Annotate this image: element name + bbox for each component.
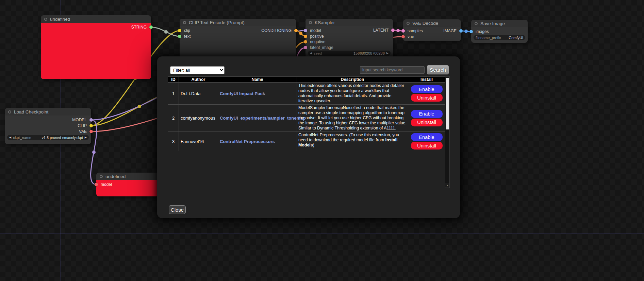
widget-name: filename_prefix bbox=[476, 36, 501, 40]
clip-slot-dot[interactable] bbox=[89, 124, 93, 127]
collapse-dot-icon[interactable] bbox=[100, 175, 103, 178]
node-body: STRING bbox=[41, 23, 151, 79]
extension-description: ModelSamplerTonemapNoiseTest a node that… bbox=[297, 105, 408, 132]
input-slot-text: text bbox=[180, 34, 191, 39]
header-install: Install bbox=[408, 77, 445, 83]
vae-slot-dot[interactable] bbox=[89, 130, 93, 133]
latent-image-slot-dot[interactable] bbox=[304, 46, 307, 49]
slot-label: positive bbox=[310, 34, 324, 39]
node-title-bar[interactable]: VAE Decode bbox=[403, 19, 461, 27]
slot-label: images bbox=[476, 29, 489, 34]
table-row: 2 comfyanonymous ComfyUI_experiments/sam… bbox=[168, 105, 445, 132]
header-name: Name bbox=[218, 77, 297, 83]
close-button[interactable]: Close bbox=[169, 205, 186, 214]
node-undefined-bottom[interactable]: undefined model bbox=[96, 173, 160, 196]
output-slot-clip: CLIP bbox=[78, 123, 91, 128]
node-title-bar[interactable]: undefined bbox=[41, 15, 151, 23]
latent-slot-dot[interactable] bbox=[391, 29, 395, 32]
images-slot-dot[interactable] bbox=[469, 30, 473, 33]
install-cell: Enable Uninstall bbox=[408, 132, 445, 151]
collapse-dot-icon[interactable] bbox=[183, 21, 186, 24]
table-row: 1 Dr.Lt.Data ComfyUI Impact Pack This ex… bbox=[168, 83, 445, 105]
search-input[interactable] bbox=[360, 66, 425, 74]
slot-label: clip bbox=[184, 28, 190, 33]
input-slot-samples: samples bbox=[403, 29, 423, 33]
node-title-bar[interactable]: KSampler bbox=[306, 19, 393, 26]
node-body: images filename_prefix ComfyUI bbox=[471, 27, 528, 43]
node-title: undefined bbox=[50, 17, 70, 22]
extension-author: Dr.Lt.Data bbox=[179, 83, 218, 105]
node-body: MODEL CLIP VAE ◀ ckpt_name v1-5-pruned-e… bbox=[5, 116, 91, 144]
node-save-image[interactable]: Save Image images filename_prefix ComfyU… bbox=[471, 20, 528, 43]
node-title-bar[interactable]: Load Checkpoint bbox=[5, 108, 91, 116]
uninstall-button[interactable]: Uninstall bbox=[411, 94, 443, 102]
enable-button[interactable]: Enable bbox=[411, 133, 443, 141]
header-author: Author bbox=[179, 77, 218, 83]
widget-value: 156680208700286 bbox=[353, 51, 385, 55]
conditioning-slot-dot[interactable] bbox=[294, 29, 298, 32]
extension-link[interactable]: ControlNet Preprocessors bbox=[220, 139, 275, 144]
collapse-dot-icon[interactable] bbox=[44, 18, 47, 21]
text-slot-dot[interactable] bbox=[178, 35, 181, 38]
node-load-checkpoint[interactable]: Load Checkpoint MODEL CLIP VAE ◀ ckpt_na… bbox=[5, 108, 91, 144]
extension-id: 2 bbox=[168, 105, 179, 132]
vae-slot-dot[interactable] bbox=[401, 35, 405, 38]
image-slot-dot[interactable] bbox=[459, 29, 463, 33]
collapse-dot-icon[interactable] bbox=[407, 22, 410, 25]
collapse-dot-icon[interactable] bbox=[475, 22, 478, 25]
extension-manager-dialog: Filter: all Search ID Author Name Descri… bbox=[157, 56, 460, 218]
output-slot-conditioning: CONDITIONING bbox=[261, 28, 296, 33]
node-body: model bbox=[96, 180, 160, 196]
increment-arrow-icon[interactable]: ▶ bbox=[386, 52, 389, 55]
negative-slot-dot[interactable] bbox=[304, 40, 307, 43]
ckpt-name-widget[interactable]: ◀ ckpt_name v1-5-pruned-emaonly.ckpt ▶ bbox=[7, 135, 89, 140]
node-vae-decode[interactable]: VAE Decode samples vae IMAGE bbox=[403, 19, 461, 41]
slot-label: samples bbox=[408, 29, 423, 33]
table-scrollbar[interactable]: ▼ bbox=[445, 76, 450, 188]
collapse-dot-icon[interactable] bbox=[8, 110, 11, 113]
uninstall-button[interactable]: Uninstall bbox=[411, 119, 443, 126]
uninstall-button[interactable]: Uninstall bbox=[411, 142, 443, 150]
string-slot-dot[interactable] bbox=[149, 25, 153, 29]
slot-label: model bbox=[310, 28, 321, 33]
node-title: KSampler bbox=[315, 20, 335, 25]
increment-arrow-icon[interactable]: ▶ bbox=[85, 136, 87, 139]
model-slot-dot[interactable] bbox=[95, 183, 98, 186]
slot-label: model bbox=[101, 182, 112, 187]
positive-slot-dot[interactable] bbox=[304, 35, 307, 38]
input-slot-model: model bbox=[306, 28, 321, 33]
input-slot-latent-image: latent_image bbox=[306, 45, 333, 50]
clip-slot-dot[interactable] bbox=[178, 29, 181, 32]
slot-label: CLIP bbox=[78, 123, 87, 128]
node-title-bar[interactable]: Save Image bbox=[471, 20, 528, 27]
decrement-arrow-icon[interactable]: ◀ bbox=[310, 52, 312, 55]
model-slot-dot[interactable] bbox=[304, 29, 307, 32]
model-slot-dot[interactable] bbox=[89, 118, 93, 122]
scrollbar-thumb[interactable] bbox=[446, 78, 449, 129]
filter-select[interactable]: Filter: all bbox=[170, 66, 225, 74]
seed-widget[interactable]: ◀ seed 156680208700286 ▶ bbox=[308, 51, 391, 56]
collapse-dot-icon[interactable] bbox=[309, 21, 312, 24]
node-title-bar[interactable]: CLIP Text Encode (Prompt) bbox=[180, 19, 296, 26]
scroll-down-icon[interactable]: ▼ bbox=[445, 183, 449, 188]
input-slot-negative: negative bbox=[306, 39, 325, 44]
decrement-arrow-icon[interactable]: ◀ bbox=[9, 136, 11, 139]
node-undefined-top[interactable]: undefined STRING bbox=[41, 15, 151, 79]
node-title: Save Image bbox=[480, 21, 505, 26]
node-title-bar[interactable]: undefined bbox=[96, 173, 160, 180]
extension-description: ControlNet Preprocessors. (To use this e… bbox=[297, 132, 408, 151]
search-button[interactable]: Search bbox=[427, 65, 449, 74]
input-slot-clip: clip bbox=[180, 28, 190, 33]
filename-prefix-widget[interactable]: filename_prefix ComfyUI bbox=[474, 35, 525, 40]
extension-link[interactable]: ComfyUI_experiments/sampler_tonemap bbox=[220, 116, 306, 121]
input-slot-positive: positive bbox=[306, 34, 324, 39]
slot-label: MODEL bbox=[72, 118, 87, 122]
enable-button[interactable]: Enable bbox=[411, 85, 443, 93]
enable-button[interactable]: Enable bbox=[411, 110, 443, 118]
extension-link[interactable]: ComfyUI Impact Pack bbox=[220, 91, 265, 96]
node-body: samples vae IMAGE bbox=[403, 27, 461, 41]
samples-slot-dot[interactable] bbox=[401, 29, 405, 33]
node-title: CLIP Text Encode (Prompt) bbox=[189, 20, 245, 25]
description-text: ControlNet Preprocessors. (To use this e… bbox=[298, 133, 399, 142]
slot-label: vae bbox=[408, 34, 414, 39]
